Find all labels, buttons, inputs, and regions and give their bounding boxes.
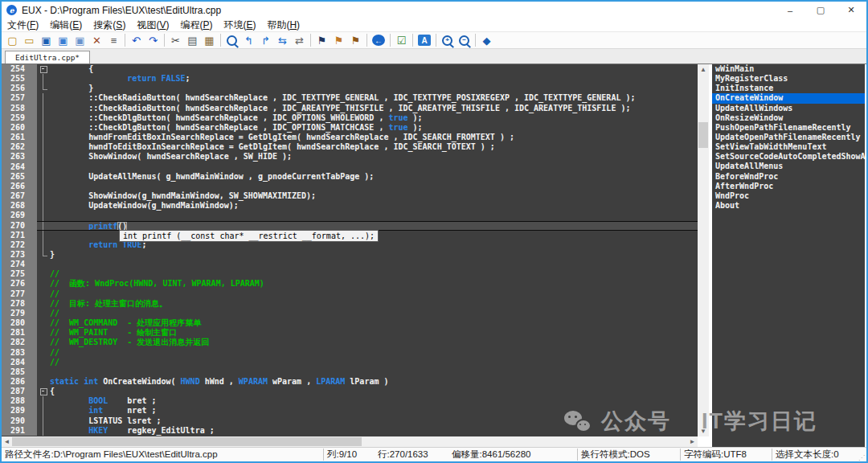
fold-margin[interactable]: [37, 221, 50, 231]
new-file-icon[interactable]: ▢: [4, 33, 21, 47]
fold-margin[interactable]: [37, 74, 50, 84]
fold-margin[interactable]: [37, 113, 50, 123]
line-number[interactable]: 272: [2, 240, 37, 250]
code-line[interactable]: 261 hwndFromEditBoxInSearchReplace = Get…: [2, 133, 698, 142]
code-text[interactable]: UpdateAllMenus( g_hwndMainWindow , g_pno…: [50, 172, 698, 182]
line-number[interactable]: 283: [2, 348, 37, 358]
code-text[interactable]: ::CheckRadioButton( hwndSearchReplace , …: [50, 93, 698, 103]
cut-icon[interactable]: ✂: [167, 33, 184, 47]
code-text[interactable]: {: [50, 64, 698, 74]
code-text[interactable]: ShowWindow(g_hwndMainWindow, SW_SHOWMAXI…: [50, 191, 698, 201]
fold-margin[interactable]: [37, 426, 50, 436]
line-number[interactable]: 257: [2, 93, 37, 103]
code-text[interactable]: [50, 260, 698, 269]
code-text[interactable]: //: [50, 269, 698, 279]
close-button[interactable]: ✕: [836, 2, 866, 18]
code-line[interactable]: 265 UpdateAllMenus( g_hwndMainWindow , g…: [2, 172, 698, 182]
find-prev-icon[interactable]: ↰: [240, 33, 257, 47]
fold-margin[interactable]: [37, 416, 50, 426]
code-line[interactable]: 262 hwndToEditBoxInSearchReplace = GetDl…: [2, 142, 698, 152]
code-text[interactable]: //: [50, 289, 698, 299]
code-text[interactable]: [50, 162, 698, 172]
fold-margin[interactable]: [37, 358, 50, 367]
function-list-item[interactable]: SetViewTabWidthMenuText: [712, 142, 865, 152]
code-line[interactable]: 280// WM_COMMAND - 处理应用程序菜单: [2, 318, 698, 328]
fold-margin[interactable]: [37, 309, 50, 318]
maximize-button[interactable]: ▢: [805, 2, 836, 18]
menu-h[interactable]: 帮助(H): [261, 18, 305, 32]
fold-margin[interactable]: [37, 406, 50, 416]
fold-margin[interactable]: [37, 172, 50, 182]
menu-p[interactable]: 编程(P): [174, 18, 218, 32]
fold-margin[interactable]: [37, 231, 50, 240]
replace-in-files-icon[interactable]: ⇄: [291, 33, 308, 47]
scroll-left-icon[interactable]: ◄: [2, 436, 12, 447]
code-line[interactable]: 254 {: [2, 64, 698, 74]
editor-vertical-scrollbar[interactable]: ▲ ▼: [698, 64, 709, 436]
code-editor[interactable]: 254 {255 return FALSE;256 }257 ::CheckRa…: [2, 64, 698, 436]
line-number[interactable]: 281: [2, 328, 37, 338]
code-line[interactable]: 274: [2, 260, 698, 269]
code-line[interactable]: 257 ::CheckRadioButton( hwndSearchReplac…: [2, 93, 698, 103]
code-line[interactable]: 287{: [2, 387, 698, 396]
code-line[interactable]: 279//: [2, 309, 698, 318]
line-number[interactable]: 265: [2, 172, 37, 182]
fold-margin[interactable]: [37, 240, 50, 250]
line-number[interactable]: 264: [2, 162, 37, 172]
editor-horizontal-scrollbar[interactable]: ◄ ►: [2, 436, 698, 447]
line-number[interactable]: 285: [2, 367, 37, 377]
function-list-item[interactable]: UpdateAllMenus: [712, 162, 865, 171]
line-number[interactable]: 276: [2, 279, 37, 289]
bookmark-icon[interactable]: ⚑: [313, 33, 330, 47]
fold-margin[interactable]: [37, 338, 50, 347]
line-number[interactable]: 259: [2, 113, 37, 123]
code-text[interactable]: [50, 367, 698, 377]
code-line[interactable]: 269: [2, 211, 698, 220]
code-text[interactable]: BOOL bret ;: [50, 396, 698, 406]
code-text[interactable]: ::CheckDlgButton( hwndSearchReplace , ID…: [50, 113, 698, 123]
line-number[interactable]: 286: [2, 377, 37, 387]
line-number[interactable]: 274: [2, 260, 37, 269]
menu-f[interactable]: 文件(F): [2, 18, 44, 32]
code-line[interactable]: 283//: [2, 348, 698, 358]
find-in-file-icon[interactable]: [223, 33, 240, 47]
fold-margin[interactable]: [37, 162, 50, 172]
line-number[interactable]: 270: [2, 221, 37, 231]
code-text[interactable]: // WM_PAINT - 绘制主窗口: [50, 328, 698, 338]
fold-margin[interactable]: [37, 328, 50, 338]
function-list-item[interactable]: BeforeWndProc: [712, 172, 865, 182]
line-number[interactable]: 279: [2, 309, 37, 318]
fold-margin[interactable]: [37, 84, 50, 93]
resize-grip-icon[interactable]: ⋰: [858, 454, 865, 461]
save-as-icon[interactable]: ▣: [55, 33, 72, 47]
vertical-scroll-thumb[interactable]: [698, 122, 708, 148]
line-number[interactable]: 266: [2, 182, 37, 191]
line-number[interactable]: 269: [2, 211, 37, 220]
function-list-item[interactable]: PushOpenPathFilenameRecently: [712, 123, 865, 133]
fold-margin[interactable]: [37, 396, 50, 406]
function-list-item[interactable]: AfterWndProc: [712, 182, 865, 191]
close-file-icon[interactable]: ✕: [88, 33, 105, 47]
line-number[interactable]: 260: [2, 123, 37, 133]
zoom-out-icon[interactable]: [456, 33, 473, 47]
line-number[interactable]: 275: [2, 269, 37, 279]
code-line[interactable]: 259 ::CheckDlgButton( hwndSearchReplace …: [2, 113, 698, 123]
code-line[interactable]: 277//: [2, 289, 698, 299]
function-list-item[interactable]: MyRegisterClass: [712, 74, 865, 84]
fold-margin[interactable]: [37, 64, 50, 74]
paste-icon[interactable]: ▦: [201, 33, 218, 47]
minimize-button[interactable]: –: [775, 2, 805, 18]
line-number[interactable]: 268: [2, 201, 37, 211]
function-list-item[interactable]: About: [712, 201, 865, 211]
fold-margin[interactable]: [37, 152, 50, 162]
function-list-item[interactable]: InitInstance: [712, 84, 865, 93]
function-list-item[interactable]: wWinMain: [712, 64, 865, 74]
code-text[interactable]: //: [50, 358, 698, 367]
line-number[interactable]: 262: [2, 142, 37, 152]
function-list-item[interactable]: SetSourceCodeAutoCompletedShowAf: [712, 152, 865, 162]
back-icon[interactable]: ←: [372, 35, 385, 46]
code-line[interactable]: 260 ::CheckDlgButton( hwndSearchReplace …: [2, 123, 698, 133]
code-line[interactable]: 256 }: [2, 84, 698, 93]
fold-margin[interactable]: [37, 279, 50, 289]
code-text[interactable]: // 目标: 处理主窗口的消息。: [50, 299, 698, 309]
